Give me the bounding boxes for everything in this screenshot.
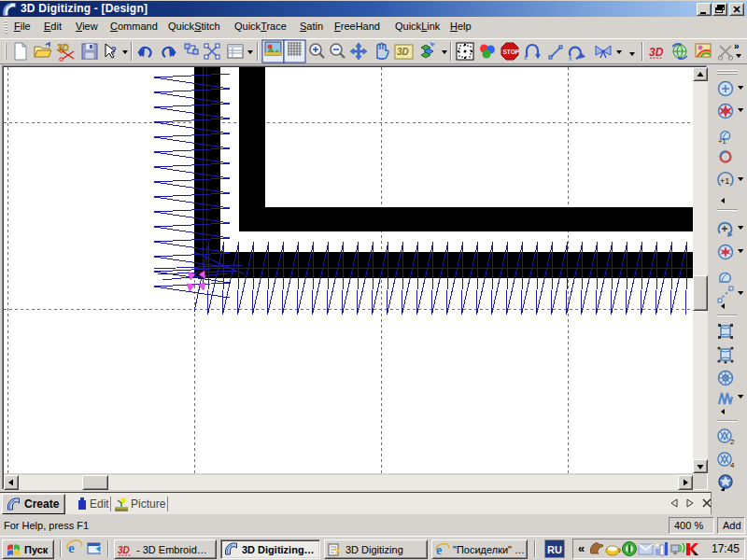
svg-text:?: ? — [110, 45, 117, 56]
svg-text:STOP: STOP — [503, 49, 520, 55]
svg-text:x: x — [569, 55, 572, 62]
svg-text:3D: 3D — [397, 47, 409, 57]
svg-text:»: » — [734, 41, 740, 51]
svg-text:3D: 3D — [118, 545, 130, 555]
svg-text:?: ? — [333, 546, 340, 557]
svg-text:x: x — [524, 54, 528, 61]
svg-text:+1: +1 — [718, 137, 726, 146]
svg-text:2: 2 — [730, 438, 735, 446]
svg-text:3D: 3D — [649, 46, 664, 59]
svg-text:4: 4 — [730, 461, 735, 469]
svg-text:+1: +1 — [720, 176, 729, 186]
